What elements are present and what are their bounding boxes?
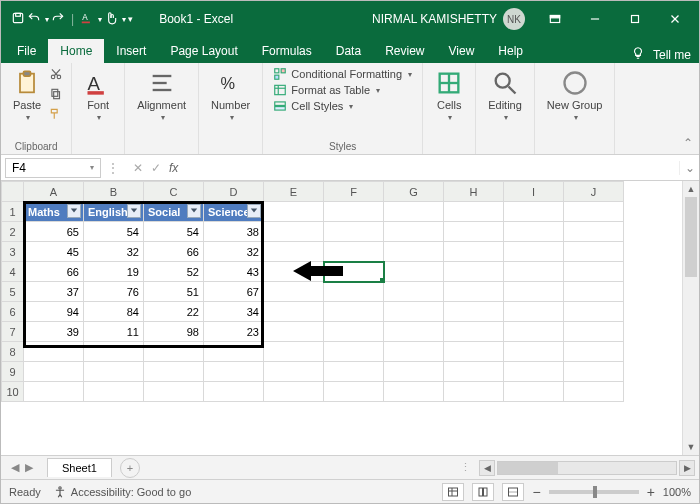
cell-I6[interactable] [504, 302, 564, 322]
filter-icon[interactable] [247, 204, 261, 218]
tab-file[interactable]: File [5, 39, 48, 63]
cell-H5[interactable] [444, 282, 504, 302]
row-header-4[interactable]: 4 [2, 262, 24, 282]
select-all-cell[interactable] [2, 182, 24, 202]
row-header-2[interactable]: 2 [2, 222, 24, 242]
col-header-I[interactable]: I [504, 182, 564, 202]
cell-D1[interactable]: Science [204, 202, 264, 222]
row-header-3[interactable]: 3 [2, 242, 24, 262]
expand-formula-bar-icon[interactable]: ⌄ [679, 161, 699, 175]
filter-icon[interactable] [187, 204, 201, 218]
col-header-G[interactable]: G [384, 182, 444, 202]
cell-J8[interactable] [564, 342, 624, 362]
cell-C10[interactable] [144, 382, 204, 402]
cell-F3[interactable] [324, 242, 384, 262]
hscroll-left-icon[interactable]: ◀ [479, 460, 495, 476]
qat-customize-icon[interactable]: ▾ [128, 14, 133, 24]
cell-styles-button[interactable]: Cell Styles▾ [273, 99, 412, 113]
sheet-tab[interactable]: Sheet1 [47, 458, 112, 477]
cell-B7[interactable]: 11 [84, 322, 144, 342]
font-button[interactable]: A Font▾ [80, 67, 116, 124]
cell-B5[interactable]: 76 [84, 282, 144, 302]
cell-I9[interactable] [504, 362, 564, 382]
cell-D5[interactable]: 67 [204, 282, 264, 302]
cell-I1[interactable] [504, 202, 564, 222]
cell-D2[interactable]: 38 [204, 222, 264, 242]
undo-icon[interactable] [27, 11, 41, 28]
row-header-6[interactable]: 6 [2, 302, 24, 322]
zoom-in-icon[interactable]: + [647, 484, 655, 500]
horizontal-scrollbar[interactable] [497, 461, 677, 475]
cell-G9[interactable] [384, 362, 444, 382]
user-avatar[interactable]: NK [503, 8, 525, 30]
cell-H3[interactable] [444, 242, 504, 262]
format-as-table-button[interactable]: Format as Table▾ [273, 83, 412, 97]
cell-D4[interactable]: 43 [204, 262, 264, 282]
normal-view-icon[interactable] [442, 483, 464, 501]
cell-J2[interactable] [564, 222, 624, 242]
cell-E4[interactable] [264, 262, 324, 282]
editing-button[interactable]: Editing▾ [484, 67, 526, 124]
cell-F10[interactable] [324, 382, 384, 402]
cell-I4[interactable] [504, 262, 564, 282]
cell-H6[interactable] [444, 302, 504, 322]
cell-J1[interactable] [564, 202, 624, 222]
cell-B8[interactable] [84, 342, 144, 362]
format-painter-icon[interactable] [49, 107, 63, 125]
cell-E10[interactable] [264, 382, 324, 402]
cell-F1[interactable] [324, 202, 384, 222]
col-header-B[interactable]: B [84, 182, 144, 202]
cell-A8[interactable] [24, 342, 84, 362]
tab-insert[interactable]: Insert [104, 39, 158, 63]
cell-H7[interactable] [444, 322, 504, 342]
accessibility-status[interactable]: Accessibility: Good to go [53, 485, 191, 499]
cell-E5[interactable] [264, 282, 324, 302]
cell-B4[interactable]: 19 [84, 262, 144, 282]
alignment-button[interactable]: Alignment▾ [133, 67, 190, 124]
cell-B9[interactable] [84, 362, 144, 382]
tab-data[interactable]: Data [324, 39, 373, 63]
cell-J10[interactable] [564, 382, 624, 402]
maximize-icon[interactable] [615, 1, 655, 37]
autosave-icon[interactable] [11, 11, 25, 28]
cell-I3[interactable] [504, 242, 564, 262]
new-group-button[interactable]: New Group▾ [543, 67, 607, 124]
number-button[interactable]: % Number▾ [207, 67, 254, 124]
cell-C9[interactable] [144, 362, 204, 382]
fx-icon[interactable]: fx [169, 161, 178, 175]
cell-B2[interactable]: 54 [84, 222, 144, 242]
row-header-1[interactable]: 1 [2, 202, 24, 222]
cell-E7[interactable] [264, 322, 324, 342]
zoom-out-icon[interactable]: − [532, 484, 540, 500]
col-header-A[interactable]: A [24, 182, 84, 202]
tell-me[interactable]: Tell me [653, 48, 691, 62]
ribbon-options-icon[interactable] [535, 1, 575, 37]
cell-D10[interactable] [204, 382, 264, 402]
formula-input[interactable] [186, 158, 679, 178]
font-color-icon[interactable]: A [80, 11, 94, 28]
cell-A1[interactable]: Maths [24, 202, 84, 222]
cell-I10[interactable] [504, 382, 564, 402]
tab-review[interactable]: Review [373, 39, 436, 63]
cell-C2[interactable]: 54 [144, 222, 204, 242]
row-header-9[interactable]: 9 [2, 362, 24, 382]
cell-C3[interactable]: 66 [144, 242, 204, 262]
cell-B1[interactable]: English [84, 202, 144, 222]
cell-J4[interactable] [564, 262, 624, 282]
add-sheet-button[interactable]: + [120, 458, 140, 478]
cell-F5[interactable] [324, 282, 384, 302]
touch-mode-icon[interactable] [104, 11, 118, 28]
cell-C7[interactable]: 98 [144, 322, 204, 342]
col-header-H[interactable]: H [444, 182, 504, 202]
cell-F9[interactable] [324, 362, 384, 382]
row-header-7[interactable]: 7 [2, 322, 24, 342]
row-header-10[interactable]: 10 [2, 382, 24, 402]
cell-G6[interactable] [384, 302, 444, 322]
sheet-nav-prev-icon[interactable]: ◀ [11, 461, 19, 474]
col-header-E[interactable]: E [264, 182, 324, 202]
name-box[interactable]: F4▾ [5, 158, 101, 178]
col-header-F[interactable]: F [324, 182, 384, 202]
cell-F6[interactable] [324, 302, 384, 322]
cell-E9[interactable] [264, 362, 324, 382]
cell-D8[interactable] [204, 342, 264, 362]
